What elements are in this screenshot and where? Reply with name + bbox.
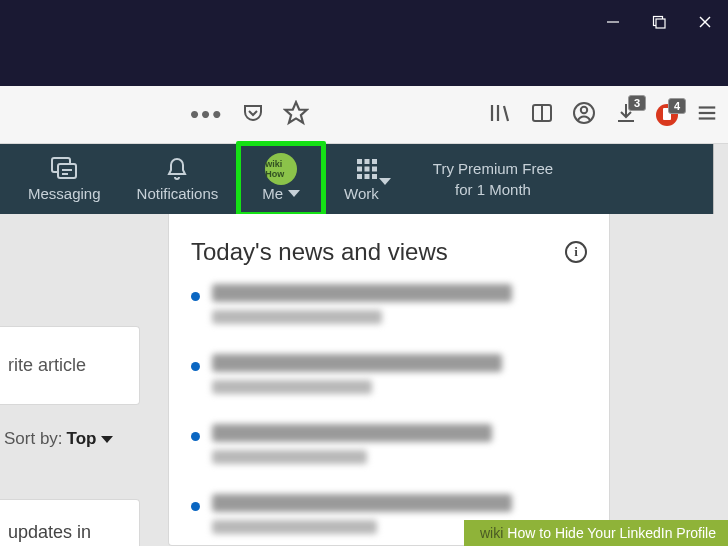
svg-rect-22 <box>357 159 362 164</box>
downloads-badge: 3 <box>628 95 646 111</box>
maximize-button[interactable] <box>636 8 682 36</box>
scrollbar-thumb[interactable] <box>716 146 726 168</box>
browser-tabstrip <box>0 42 728 86</box>
nav-work[interactable]: Work <box>326 144 409 214</box>
page-actions-icon[interactable]: ••• <box>190 99 223 130</box>
updates-text: updates in <box>8 522 91 542</box>
sort-control[interactable]: Sort by: Top <box>0 423 140 455</box>
watermark-prefix: wiki <box>480 525 503 541</box>
premium-line2: for 1 Month <box>433 179 553 200</box>
watermark-suffix: How <box>507 525 535 541</box>
linkedin-navbar: Messaging Notifications wiki How Me Work… <box>0 144 728 214</box>
bell-icon <box>165 156 189 182</box>
bullet-icon <box>191 502 200 511</box>
ublock-badge: 4 <box>668 98 686 114</box>
chevron-down-icon <box>288 190 300 197</box>
write-article-text: rite article <box>8 355 86 375</box>
nav-messaging[interactable]: Messaging <box>0 144 119 214</box>
nav-premium[interactable]: Try Premium Free for 1 Month <box>409 144 577 214</box>
chevron-down-icon <box>379 178 391 202</box>
wikihow-watermark: wikiHow to Hide Your LinkedIn Profile <box>464 520 728 546</box>
page-content: rite article Sort by: Top updates in Tod… <box>0 214 728 546</box>
premium-line1: Try Premium Free <box>433 158 553 179</box>
svg-rect-28 <box>357 174 362 179</box>
svg-point-12 <box>581 106 587 112</box>
browser-toolbar: ••• 3 4 <box>0 86 728 144</box>
close-button[interactable] <box>682 8 728 36</box>
nav-me[interactable]: wiki How Me <box>236 144 326 214</box>
window-titlebar <box>0 0 728 42</box>
news-title: Today's news and views <box>191 238 448 266</box>
sidebar-icon[interactable] <box>530 101 554 129</box>
messaging-icon <box>50 156 78 182</box>
svg-rect-25 <box>357 167 362 172</box>
svg-rect-23 <box>365 159 370 164</box>
hamburger-menu-icon[interactable] <box>696 102 718 128</box>
bookmark-star-icon[interactable] <box>283 100 309 130</box>
news-item[interactable] <box>191 424 587 472</box>
svg-rect-27 <box>372 167 377 172</box>
downloads-icon[interactable]: 3 <box>614 101 638 129</box>
news-card: Today's news and views i <box>168 214 610 546</box>
svg-rect-2 <box>656 19 665 28</box>
account-icon[interactable] <box>572 101 596 129</box>
news-item[interactable] <box>191 354 587 402</box>
svg-line-8 <box>504 106 508 121</box>
svg-rect-26 <box>365 167 370 172</box>
news-item[interactable] <box>191 284 587 332</box>
avatar: wiki How <box>265 156 297 182</box>
minimize-button[interactable] <box>590 8 636 36</box>
info-icon[interactable]: i <box>565 241 587 263</box>
bullet-icon <box>191 362 200 371</box>
svg-rect-24 <box>372 159 377 164</box>
svg-rect-29 <box>365 174 370 179</box>
sort-value: Top <box>67 429 97 449</box>
watermark-text: to Hide Your LinkedIn Profile <box>539 525 716 541</box>
chevron-down-icon <box>101 436 113 443</box>
nav-label: Notifications <box>137 185 219 202</box>
sort-label: Sort by: <box>4 429 63 449</box>
ublock-icon[interactable]: 4 <box>656 104 678 126</box>
svg-rect-30 <box>372 174 377 179</box>
nav-label: Messaging <box>28 185 101 202</box>
bullet-icon <box>191 432 200 441</box>
nav-notifications[interactable]: Notifications <box>119 144 237 214</box>
library-icon[interactable] <box>488 101 512 129</box>
grid-icon <box>356 156 378 182</box>
updates-card[interactable]: updates in <box>0 499 140 546</box>
write-article-card[interactable]: rite article <box>0 326 140 405</box>
bullet-icon <box>191 292 200 301</box>
nav-label: Work <box>344 185 379 202</box>
svg-marker-5 <box>285 102 307 123</box>
nav-label: Me <box>262 185 283 202</box>
pocket-icon[interactable] <box>241 101 265 129</box>
